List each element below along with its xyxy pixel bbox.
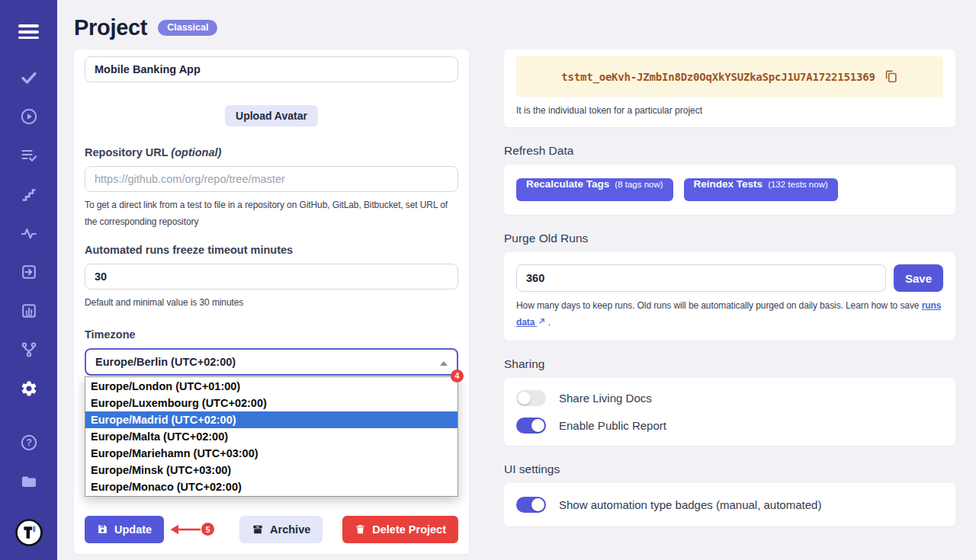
- hamburger-menu-icon[interactable]: [18, 21, 39, 43]
- copy-token-button[interactable]: [884, 69, 898, 84]
- tests-check-icon[interactable]: [20, 69, 38, 87]
- enable-public-report-label: Enable Public Report: [559, 419, 666, 432]
- page-header: Project Classical: [74, 15, 955, 40]
- sharing-card: Share Living Docs Enable Public Report: [504, 378, 955, 446]
- analytics-chart-icon[interactable]: [20, 302, 38, 320]
- archive-icon: [252, 523, 264, 536]
- save-icon: [97, 523, 108, 535]
- purge-help-text: How many days to keep runs. Old runs wil…: [516, 298, 943, 331]
- enable-public-report-toggle[interactable]: [516, 418, 546, 434]
- settings-gear-icon[interactable]: [20, 379, 38, 398]
- optional-note: (optional): [171, 146, 221, 158]
- share-living-docs-label: Share Living Docs: [559, 392, 652, 405]
- sidebar: ?: [0, 0, 57, 560]
- timezone-option[interactable]: Europe/Monaco (UTC+02:00): [85, 478, 458, 495]
- main-content: Project Classical Upload Avatar Reposito…: [57, 0, 976, 560]
- automation-badges-label: Show automation type badges (manual, aut…: [559, 498, 821, 511]
- project-token-value: tstmt_oeKvh-JZmbIn8Dz0OqXkYSUZkaSpcJ1U7A…: [561, 71, 875, 83]
- archive-button[interactable]: Archive: [239, 516, 323, 543]
- timezone-option[interactable]: Europe/Minsk (UTC+03:00): [85, 462, 458, 478]
- help-circle-icon[interactable]: ?: [20, 434, 38, 452]
- automation-badges-row: Show automation type badges (manual, aut…: [516, 497, 943, 513]
- repository-url-input[interactable]: [85, 166, 458, 192]
- external-link-icon: [538, 317, 546, 325]
- ui-settings-heading: UI settings: [504, 462, 955, 476]
- project-name-input[interactable]: [85, 56, 458, 82]
- timezone-dropdown-list: Europe/London (UTC+01:00) Europe/Luxembo…: [85, 376, 458, 497]
- steps-icon[interactable]: [20, 185, 38, 203]
- import-icon[interactable]: [20, 263, 38, 281]
- freeze-timeout-input[interactable]: [85, 264, 458, 290]
- refresh-data-heading: Refresh Data: [504, 144, 955, 158]
- purge-old-runs-card: Save How many days to keep runs. Old run…: [504, 252, 955, 341]
- projects-folder-icon[interactable]: [20, 472, 38, 491]
- annotation-step-4-badge: 4: [451, 370, 464, 382]
- update-button[interactable]: Update: [85, 516, 164, 543]
- form-actions: Update 5 Archive Delete Project: [85, 516, 458, 543]
- pulse-icon[interactable]: [20, 224, 38, 242]
- reindex-tests-button[interactable]: Reindex Tests (132 tests now): [684, 178, 838, 201]
- timezone-option[interactable]: Europe/Luxembourg (UTC+02:00): [85, 395, 458, 411]
- timezone-option-highlighted[interactable]: Europe/Madrid (UTC+02:00): [85, 411, 458, 428]
- timezone-select[interactable]: Europe/Berlin (UTC+02:00): [85, 348, 458, 376]
- purge-days-input[interactable]: [516, 264, 886, 292]
- svg-text:?: ?: [26, 437, 32, 448]
- repository-url-label: Repository URL (optional): [85, 146, 458, 158]
- timezone-label: Timezone: [85, 328, 458, 341]
- recalculate-tags-button[interactable]: Recalculate Tags (8 tags now): [516, 178, 673, 201]
- runs-play-icon[interactable]: [20, 107, 38, 126]
- enable-public-report-row: Enable Public Report: [516, 418, 943, 434]
- ui-settings-card: Show automation type badges (manual, aut…: [504, 483, 955, 526]
- upload-avatar-button[interactable]: Upload Avatar: [225, 105, 318, 126]
- timezone-selected-value: Europe/Berlin (UTC+02:00): [95, 356, 236, 368]
- timezone-select-wrap: Europe/Berlin (UTC+02:00) 4 Europe/Londo…: [85, 348, 458, 376]
- timezone-option[interactable]: Europe/London (UTC+01:00): [85, 378, 458, 395]
- copy-icon: [884, 69, 898, 84]
- page-title: Project: [74, 15, 147, 40]
- purge-old-runs-heading: Purge Old Runs: [504, 232, 955, 245]
- app-logo[interactable]: [15, 519, 43, 546]
- timezone-option[interactable]: Europe/Malta (UTC+02:00): [85, 428, 458, 445]
- token-strip: tstmt_oeKvh-JZmbIn8Dz0OqXkYSUZkaSpcJ1U7A…: [516, 56, 943, 97]
- automation-badges-toggle[interactable]: [516, 497, 546, 513]
- token-caption: It is the individual token for a particu…: [516, 105, 943, 116]
- sharing-heading: Sharing: [504, 357, 955, 371]
- share-living-docs-row: Share Living Docs: [516, 390, 943, 406]
- share-living-docs-toggle[interactable]: [516, 390, 546, 406]
- annotation-arrow: 5: [169, 523, 214, 536]
- project-type-badge: Classical: [158, 20, 217, 37]
- annotation-step-5-badge: 5: [201, 523, 214, 536]
- delete-project-button[interactable]: Delete Project: [342, 516, 458, 543]
- save-purge-button[interactable]: Save: [894, 264, 943, 292]
- right-column: tstmt_oeKvh-JZmbIn8Dz0OqXkYSUZkaSpcJ1U7A…: [504, 50, 955, 526]
- plans-list-check-icon[interactable]: [20, 146, 38, 165]
- red-arrow-left-icon: [169, 523, 202, 536]
- git-branch-icon[interactable]: [20, 341, 38, 359]
- project-token-card: tstmt_oeKvh-JZmbIn8Dz0OqXkYSUZkaSpcJ1U7A…: [504, 50, 955, 127]
- timezone-option[interactable]: Europe/Mariehamn (UTC+03:00): [85, 445, 458, 462]
- repository-help-text: To get a direct link from a test to file…: [85, 197, 458, 230]
- project-settings-card: Upload Avatar Repository URL (optional) …: [74, 50, 469, 554]
- select-collapse-arrow-icon: [440, 361, 448, 366]
- freeze-help-text: Default and minimal value is 30 minutes: [85, 295, 458, 312]
- trash-icon: [355, 523, 366, 535]
- freeze-timeout-label: Automated runs freeze timeout minutes: [85, 244, 458, 256]
- refresh-data-card: Recalculate Tags (8 tags now) Reindex Te…: [504, 165, 955, 215]
